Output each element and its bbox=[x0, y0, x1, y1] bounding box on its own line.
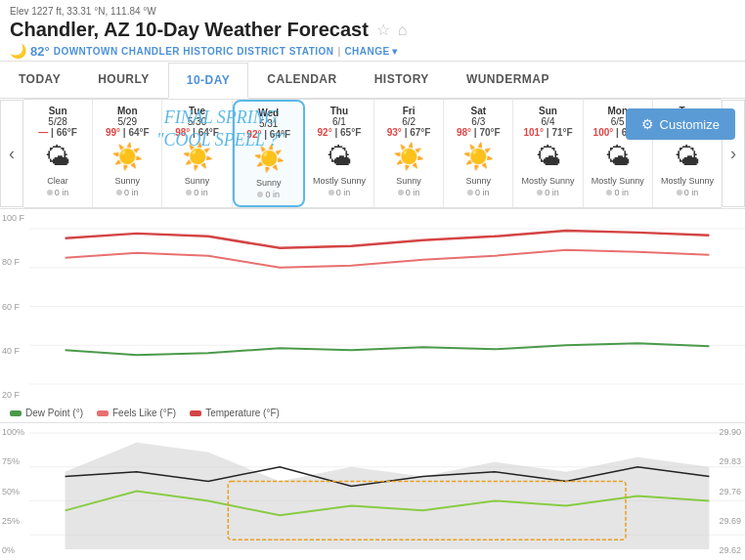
day-precip: 0 in bbox=[376, 188, 441, 197]
top-bar: Elev 1227 ft, 33.31 °N, 111.84 °W Chandl… bbox=[0, 0, 745, 62]
day-high: 98° bbox=[175, 127, 190, 138]
day-high: 99° bbox=[106, 127, 120, 138]
day-condition: Sunny bbox=[95, 176, 159, 186]
day-name: Tue bbox=[164, 106, 229, 116]
day-icon: ☀️ bbox=[164, 142, 229, 172]
day-condition: Sunny bbox=[446, 176, 510, 186]
day-precip: 0 in bbox=[237, 190, 301, 199]
y-axis-precip: 100% 75% 50% 25% 0% bbox=[0, 423, 26, 559]
precip-dot bbox=[537, 190, 543, 195]
day-high: 98° bbox=[457, 127, 471, 138]
day-date: 5/31 bbox=[237, 118, 301, 129]
day-condition: Mostly Sunny bbox=[515, 176, 580, 186]
nav-tab-hourly[interactable]: HOURLY bbox=[79, 62, 168, 98]
bottom-section: 100% 75% 50% 25% 0% 29.90 29.83 29.76 29… bbox=[0, 422, 745, 560]
home-icon[interactable]: ⌂ bbox=[398, 22, 408, 39]
temperature-chart-svg bbox=[0, 209, 745, 404]
day-date: 6/1 bbox=[307, 116, 372, 127]
day-precip: 0 in bbox=[586, 188, 650, 197]
precip-dot bbox=[606, 190, 612, 195]
day-icon: 🌤 bbox=[515, 142, 580, 172]
day-condition: Sunny bbox=[164, 176, 229, 186]
day-column-5[interactable]: Fri 6/2 93° | 67°F ☀️ Sunny 0 in bbox=[374, 100, 444, 207]
day-date: 6/3 bbox=[446, 116, 510, 127]
customize-button[interactable]: ⚙ Customize bbox=[626, 108, 735, 140]
change-link[interactable]: CHANGE ▾ bbox=[344, 46, 397, 57]
day-icon: 🌤 bbox=[307, 142, 372, 172]
day-low: 64°F bbox=[198, 127, 219, 138]
day-column-6[interactable]: Sat 6/3 98° | 70°F ☀️ Sunny 0 in bbox=[444, 100, 513, 207]
nav-tab-10-day[interactable]: 10-DAY bbox=[168, 63, 249, 99]
precip-dot bbox=[329, 190, 334, 195]
day-low: 71°F bbox=[551, 127, 572, 138]
nav-tab-calendar[interactable]: CALENDAR bbox=[248, 62, 355, 98]
day-precip: 0 in bbox=[515, 188, 580, 197]
day-name: Wed bbox=[237, 108, 301, 118]
nav-tab-history[interactable]: HISTORY bbox=[356, 62, 448, 98]
day-low: 66°F bbox=[57, 127, 77, 138]
day-column-2[interactable]: Tue 5/30 98° | 64°F ☀️ Sunny 0 in bbox=[162, 100, 232, 207]
day-temps: 99° | 64°F bbox=[95, 127, 159, 138]
day-high: 92° bbox=[318, 127, 332, 138]
day-name: Fri bbox=[376, 106, 441, 116]
precip-dot bbox=[47, 190, 53, 195]
gear-icon: ⚙ bbox=[641, 116, 654, 132]
precip-dot bbox=[116, 190, 122, 195]
legend-label: Dew Point (°) bbox=[25, 408, 83, 418]
day-temps: 98° | 70°F bbox=[446, 127, 510, 138]
day-precip: 0 in bbox=[446, 188, 510, 197]
day-column-7[interactable]: Sun 6/4 101° | 71°F 🌤 Mostly Sunny 0 in bbox=[513, 100, 583, 207]
nav-tab-today[interactable]: TODAY bbox=[0, 62, 79, 98]
day-temps: 101° | 71°F bbox=[515, 127, 580, 138]
svg-marker-9 bbox=[66, 443, 710, 549]
day-precip: 0 in bbox=[164, 188, 229, 197]
day-low: 64°F bbox=[128, 127, 149, 138]
day-low: 67°F bbox=[410, 127, 430, 138]
nav-tab-wundermap[interactable]: WUNDERMAP bbox=[448, 62, 568, 98]
precip-dot bbox=[257, 192, 263, 197]
day-precip: 0 in bbox=[655, 188, 720, 197]
day-condition: Sunny bbox=[376, 176, 441, 186]
day-icon: ☀️ bbox=[95, 142, 159, 172]
legend-color bbox=[190, 410, 201, 416]
day-low: 64°F bbox=[270, 129, 290, 140]
day-high: 101° bbox=[523, 127, 544, 138]
day-condition: Mostly Sunny bbox=[307, 176, 372, 186]
day-precip: 0 in bbox=[95, 188, 159, 197]
legend-color bbox=[97, 410, 109, 416]
day-date: 6/2 bbox=[376, 116, 441, 127]
star-icon[interactable]: ☆ bbox=[376, 21, 390, 39]
day-temps: — | 66°F bbox=[25, 127, 90, 138]
chevron-icon: ▾ bbox=[392, 46, 398, 57]
y-axis-temp: 100 F 80 F 60 F 40 F 20 F bbox=[0, 209, 26, 404]
day-name: Mon bbox=[95, 106, 159, 116]
temperature-chart-container: 100 F 80 F 60 F 40 F 20 F Dew bbox=[0, 208, 745, 422]
day-low: 65°F bbox=[340, 127, 361, 138]
day-temps: 98° | 64°F bbox=[164, 127, 229, 138]
day-date: 5/28 bbox=[25, 116, 90, 127]
day-date: 5/30 bbox=[164, 116, 229, 127]
scroll-left-button[interactable]: ‹ bbox=[0, 100, 23, 207]
precip-dot bbox=[677, 190, 682, 195]
legend-item: Feels Like (°F) bbox=[97, 408, 176, 418]
day-column-0[interactable]: Sun 5/28 — | 66°F 🌤 Clear 0 in bbox=[23, 100, 93, 207]
day-icon: 🌤 bbox=[25, 142, 90, 172]
content-area: FINAL SPRING"COOL SPELL ?" ⚙ Customize ‹… bbox=[0, 99, 745, 560]
day-condition: Clear bbox=[25, 176, 90, 186]
day-column-3[interactable]: Wed 5/31 92° | 64°F ☀️ Sunny 0 in bbox=[233, 100, 305, 207]
day-column-4[interactable]: Thu 6/1 92° | 65°F 🌤 Mostly Sunny 0 in bbox=[305, 100, 374, 207]
day-icon: ☀️ bbox=[237, 144, 301, 174]
day-column-1[interactable]: Mon 5/29 99° | 64°F ☀️ Sunny 0 in bbox=[93, 100, 162, 207]
precip-chart-svg bbox=[0, 423, 745, 559]
day-temps: 93° | 67°F bbox=[376, 127, 441, 138]
day-icon: ☀️ bbox=[376, 142, 441, 172]
day-condition: Mostly Sunny bbox=[586, 176, 650, 186]
day-high: 92° bbox=[246, 129, 261, 140]
legend-color bbox=[10, 410, 22, 416]
day-high: 100° bbox=[593, 127, 614, 138]
day-condition: Sunny bbox=[237, 178, 301, 188]
day-high: 93° bbox=[387, 127, 402, 138]
customize-label: Customize bbox=[660, 117, 720, 132]
precip-dot bbox=[398, 190, 404, 195]
day-name: Sun bbox=[515, 106, 580, 116]
